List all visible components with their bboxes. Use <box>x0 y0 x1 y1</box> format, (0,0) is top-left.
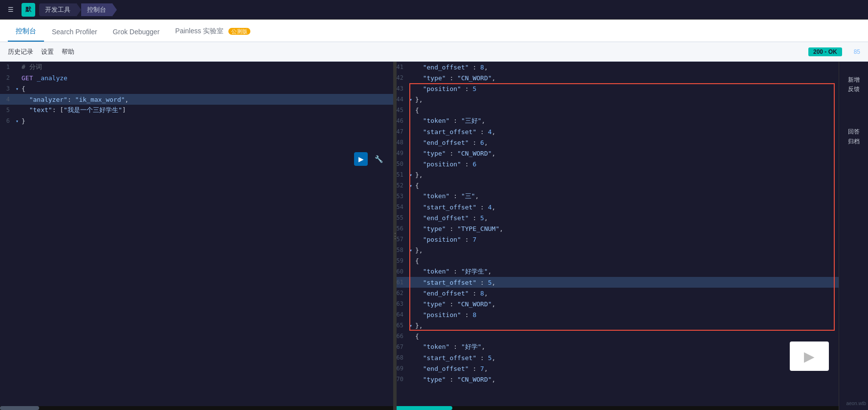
sidebar-annotation-2: 回答 归档 <box>848 127 860 146</box>
logo-badge: 默 <box>22 3 35 17</box>
editor-scroll-thumb[interactable] <box>0 406 39 410</box>
output-line-70: 70 "type" : "CN_WORD", <box>394 374 839 385</box>
tab-grok-debugger[interactable]: Grok Debugger <box>105 23 168 42</box>
toolbar: 历史记录 设置 帮助 200 - OK 85 <box>0 42 868 62</box>
toolbar-history[interactable]: 历史记录 <box>8 46 33 58</box>
output-scroll-thumb[interactable] <box>394 406 452 410</box>
tab-console[interactable]: 控制台 <box>8 22 44 42</box>
breadcrumb-devtools[interactable]: 开发工具 <box>39 3 76 16</box>
tab-bar: 控制台 Search Profiler Grok Debugger Painle… <box>0 20 868 42</box>
output-line-63: 63 "type" : "CN_WORD", <box>394 298 839 309</box>
output-line-52: 52 ▾ { <box>394 180 839 191</box>
output-line-69: 69 "end_offset" : 7, <box>394 363 839 374</box>
video-play-icon: ▶ <box>804 348 815 364</box>
output-line-58: 58 ▾ }, <box>394 245 839 255</box>
toolbar-help[interactable]: 帮助 <box>62 46 74 58</box>
editor-settings-button[interactable]: 🔧 <box>372 152 385 166</box>
output-line-43: 43 "position" : 5 <box>394 83 839 94</box>
output-line-44: 44 ▾ }, <box>394 94 839 105</box>
output-line-51: 51 ▾ }, <box>394 169 839 180</box>
output-line-45: 45 { <box>394 105 839 115</box>
output-line-48: 48 "end_offset" : 6, <box>394 137 839 148</box>
editor-line-6: 6 ▾ } <box>0 115 393 126</box>
output-line-62: 62 "end_offset" : 8, <box>394 288 839 298</box>
video-button[interactable]: ▶ <box>790 342 829 371</box>
output-line-41: 41 "end_offset" : 8, <box>394 62 839 72</box>
tab-search-profiler[interactable]: Search Profiler <box>44 23 105 42</box>
sidebar-annotation-1: 新增 反馈 <box>848 75 860 94</box>
output-line-50: 50 "position" : 6 <box>394 159 839 169</box>
output-line-64: 64 "position" : 8 <box>394 309 839 320</box>
editor-line-3: 3 ▾ { <box>0 83 393 94</box>
editor-line-4: 4 "analyzer": "ik_max_word", <box>0 94 393 105</box>
output-content[interactable]: 41 "end_offset" : 8, 42 "type" : "CN_WOR… <box>394 62 839 406</box>
output-line-55: 55 "end_offset" : 5, <box>394 212 839 223</box>
editor-line-2: 2 GET _analyze <box>0 72 393 83</box>
output-line-60: 60 "token" : "好学生", <box>394 266 839 277</box>
hamburger-button[interactable]: ☰ <box>4 3 18 17</box>
output-line-47: 47 "start_offset" : 4, <box>394 126 839 137</box>
editor-line-1: 1 # 分词 <box>0 62 393 72</box>
output-line-49: 49 "type" : "CN_WORD", <box>394 148 839 159</box>
breadcrumb-arrow-2 <box>112 3 117 17</box>
main-content: 1 # 分词 2 GET _analyze 3 ▾ { 4 "analyzer"… <box>0 62 868 410</box>
output-line-68: 68 "start_offset" : 5, <box>394 352 839 363</box>
panel-resizer[interactable]: ⋮ <box>394 62 397 410</box>
toolbar-settings[interactable]: 设置 <box>41 46 54 58</box>
breadcrumb-nav: 开发工具 控制台 <box>39 3 117 17</box>
tab-painless-badge: 公测版 <box>228 28 250 35</box>
editor-actions: ▶ 🔧 <box>354 152 385 166</box>
editor-content[interactable]: 1 # 分词 2 GET _analyze 3 ▾ { 4 "analyzer"… <box>0 62 393 406</box>
output-line-57: 57 "position" : 7 <box>394 234 839 245</box>
output-line-46: 46 "token" : "三好", <box>394 115 839 126</box>
output-line-53: 53 "token" : "三", <box>394 191 839 202</box>
output-line-56: 56 "type" : "TYPE_CNUM", <box>394 223 839 234</box>
output-line-54: 54 "start_offset" : 4, <box>394 202 839 212</box>
run-button[interactable]: ▶ <box>354 152 368 166</box>
status-time: 85 <box>854 48 860 55</box>
output-line-67: 67 "token" : "好学", <box>394 342 839 352</box>
output-line-61: 61 "start_offset" : 5, <box>394 277 839 288</box>
output-line-66: 66 { <box>394 331 839 342</box>
tab-painless[interactable]: Painless 实验室 公测版 <box>167 22 258 42</box>
output-line-65: 65 ▾ }, <box>394 320 839 331</box>
right-sidebar: 新增 反馈 回答 归档 ▶ aeon.wtb <box>839 62 868 410</box>
editor-line-5: 5 "text": ["我是一个三好学生"] <box>0 105 393 115</box>
breadcrumb-console[interactable]: 控制台 <box>81 3 112 16</box>
watermark: aeon.wtb <box>846 401 866 406</box>
output-panel: 41 "end_offset" : 8, 42 "type" : "CN_WOR… <box>394 62 839 410</box>
editor-panel: 1 # 分词 2 GET _analyze 3 ▾ { 4 "analyzer"… <box>0 62 394 410</box>
editor-scrollbar[interactable] <box>0 406 393 410</box>
breadcrumb-arrow-1 <box>76 3 81 17</box>
output-line-42: 42 "type" : "CN_WORD", <box>394 72 839 83</box>
output-line-59: 59 { <box>394 255 839 266</box>
top-bar: ☰ 默 开发工具 控制台 <box>0 0 868 20</box>
status-badge: 200 - OK <box>808 47 842 56</box>
output-scrollbar[interactable] <box>394 406 839 410</box>
